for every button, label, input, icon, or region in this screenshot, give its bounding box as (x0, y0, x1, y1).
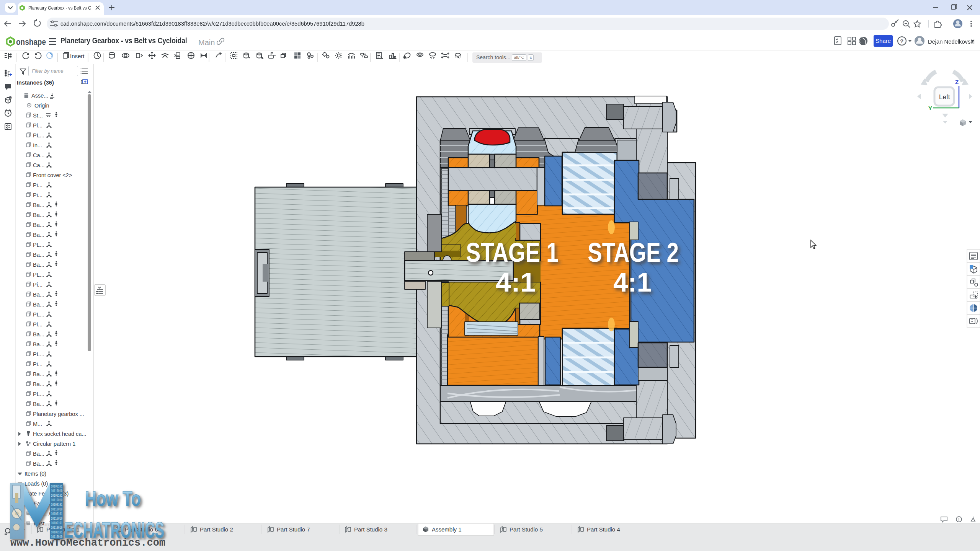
svg-text:Ba...: Ba... (33, 371, 44, 377)
svg-text:10110010: 10110010 (51, 526, 62, 530)
svg-text:St...: St... (33, 112, 43, 119)
svg-text:Pi...: Pi... (33, 192, 42, 198)
svg-text:?: ? (10, 96, 11, 99)
svg-text:PL...: PL... (33, 132, 44, 139)
svg-text:Ba...: Ba... (33, 202, 44, 208)
svg-text:Ba...: Ba... (33, 451, 44, 457)
svg-text:10110010: 10110010 (51, 517, 62, 521)
svg-text:Part Studio 7: Part Studio 7 (277, 526, 310, 533)
svg-text:Ba...: Ba... (33, 252, 44, 258)
svg-text:Part Studio 2: Part Studio 2 (200, 526, 233, 533)
svg-text:Hex socket head ca...: Hex socket head ca... (33, 431, 86, 437)
svg-text:Asse...: Asse... (31, 93, 48, 99)
svg-text:PL...: PL... (33, 272, 44, 278)
svg-text:Y: Y (928, 105, 932, 111)
svg-text:?: ? (900, 38, 903, 44)
svg-text:M...: M... (33, 421, 42, 427)
svg-text:Front cover <2>: Front cover <2> (33, 172, 72, 178)
svg-text:Ba...: Ba... (33, 222, 44, 228)
svg-text:Assembly 1: Assembly 1 (432, 526, 462, 533)
svg-text:Pi...: Pi... (33, 122, 42, 129)
svg-text:Pi...: Pi... (33, 321, 42, 328)
svg-text:Loads (0): Loads (0) (24, 481, 48, 487)
svg-text:Pi...: Pi... (33, 361, 42, 367)
svg-text:10110010: 10110010 (51, 498, 62, 502)
svg-text:Part Studio 5: Part Studio 5 (510, 526, 543, 533)
svg-text:10100101: 10100101 (51, 512, 62, 516)
svg-text:Part Studio 4: Part Studio 4 (587, 526, 620, 533)
svg-text:Insert: Insert (70, 53, 85, 59)
svg-text:Left: Left (939, 93, 950, 101)
svg-text:Ba...: Ba... (33, 262, 44, 268)
svg-text:Ba...: Ba... (33, 461, 44, 467)
svg-text:10110010: 10110010 (51, 489, 62, 493)
svg-text:Pi...: Pi... (33, 182, 42, 188)
svg-text:Ba...: Ba... (33, 341, 44, 347)
svg-text:Circular pattern 1: Circular pattern 1 (33, 441, 75, 447)
svg-text:Ba...: Ba... (33, 381, 44, 387)
svg-text:Z: Z (955, 79, 959, 85)
svg-text:Ba...: Ba... (33, 331, 44, 337)
svg-text:Ca...: Ca... (33, 152, 45, 158)
svg-text:Planetary gearbox ...: Planetary gearbox ... (33, 411, 84, 417)
svg-text:Ba...: Ba... (33, 292, 44, 298)
svg-text:Ba...: Ba... (33, 302, 44, 308)
svg-text:Pi...: Pi... (33, 282, 42, 288)
svg-text:10100101: 10100101 (51, 503, 62, 507)
svg-text:How To: How To (85, 486, 141, 510)
svg-text:Ba...: Ba... (33, 212, 44, 218)
svg-text:Part Studio 3: Part Studio 3 (354, 526, 387, 533)
svg-text:PL...: PL... (33, 242, 44, 248)
svg-text:10110010: 10110010 (51, 507, 62, 512)
svg-text:PL...: PL... (33, 311, 44, 318)
svg-text:Origin: Origin (34, 103, 49, 109)
svg-text:10100101: 10100101 (51, 494, 62, 498)
svg-text:Ba...: Ba... (33, 232, 44, 238)
svg-text:onshape: onshape (16, 37, 46, 47)
svg-text:Items (0): Items (0) (24, 471, 46, 477)
svg-text:Ba...: Ba... (33, 401, 44, 407)
svg-text:In...: In... (33, 142, 42, 148)
svg-text:PL...: PL... (33, 391, 44, 397)
svg-text:Ca...: Ca... (33, 162, 45, 168)
svg-text:10100101: 10100101 (51, 521, 62, 525)
svg-text:10100101: 10100101 (51, 484, 62, 489)
svg-text:10100101: 10100101 (51, 530, 62, 535)
svg-text:PL...: PL... (33, 351, 44, 357)
